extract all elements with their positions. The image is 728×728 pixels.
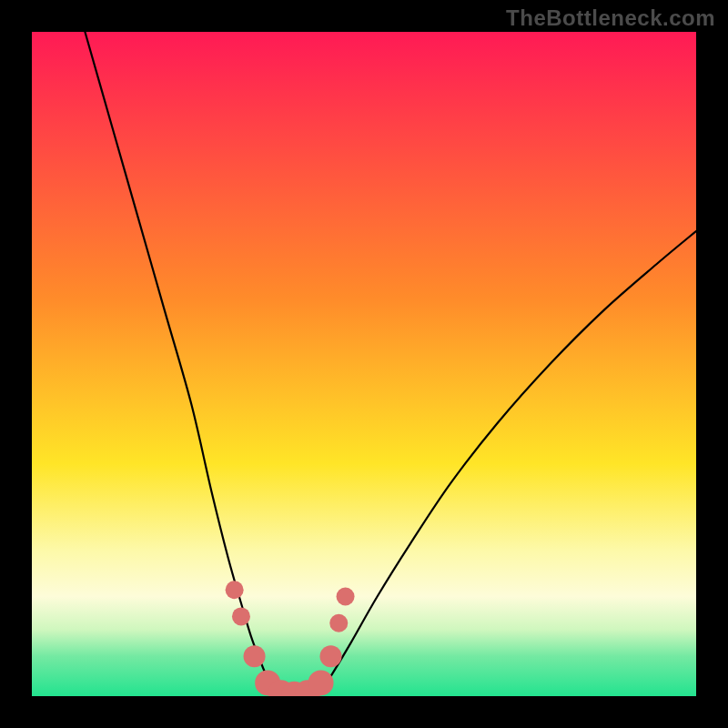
marker-dot [308,670,334,695]
marker-dot [337,588,355,606]
marker-dot [320,645,342,667]
marker-dot [232,607,250,625]
marker-dot [226,581,244,599]
chart-frame: TheBottleneck.com [0,0,728,728]
marker-dot [244,645,266,667]
watermark-text: TheBottleneck.com [506,5,715,31]
marker-dot [329,614,348,632]
gradient-bg [32,32,696,696]
chart-svg [32,32,696,696]
plot-area [32,32,696,696]
